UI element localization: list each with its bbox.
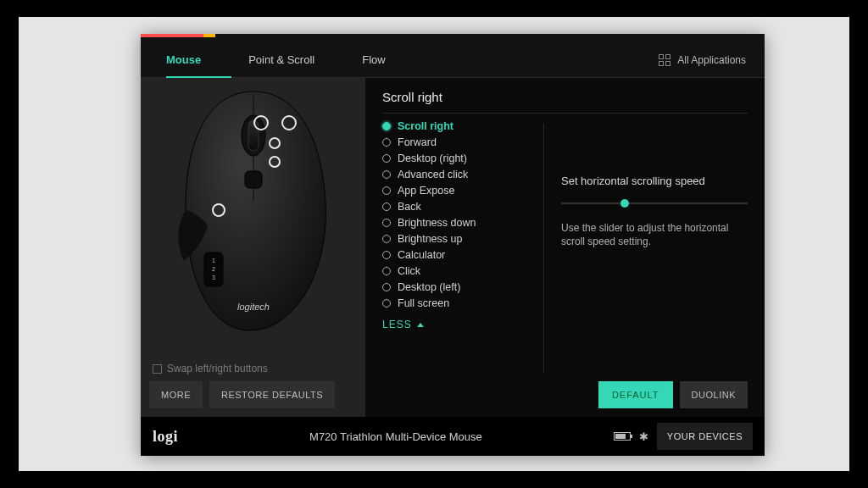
duolink-button[interactable]: DUOLINK <box>680 381 748 408</box>
action-option[interactable]: Full screen <box>382 297 521 309</box>
chevron-up-icon <box>417 323 424 327</box>
footer-icons: ✱ YOUR DEVICES <box>614 423 753 450</box>
left-pane: 1 2 3 logitech <box>141 78 365 417</box>
action-option-label: Desktop (right) <box>398 152 467 164</box>
default-button[interactable]: DEFAULT <box>598 381 673 408</box>
radio-icon <box>382 186 391 195</box>
radio-icon <box>382 202 391 211</box>
your-devices-button[interactable]: YOUR DEVICES <box>657 423 753 450</box>
action-option-label: Calculator <box>398 249 445 261</box>
action-option-label: Desktop (left) <box>398 281 460 293</box>
svg-text:3: 3 <box>212 274 215 280</box>
action-option[interactable]: Brightness up <box>382 233 521 245</box>
swap-checkbox[interactable] <box>153 364 162 374</box>
less-label: LESS <box>382 319 412 330</box>
radio-icon <box>382 138 391 147</box>
svg-text:1: 1 <box>212 258 215 263</box>
action-option-label: Brightness up <box>398 233 462 245</box>
all-applications-label: All Applications <box>677 54 746 66</box>
action-option[interactable]: App Expose <box>382 185 521 197</box>
radio-icon <box>382 219 391 227</box>
more-button[interactable]: MORE <box>149 381 203 408</box>
action-option-label: Scroll right <box>398 120 453 132</box>
action-option[interactable]: Brightness down <box>382 217 521 229</box>
app-body: 1 2 3 logitech <box>141 78 765 417</box>
action-option-label: App Expose <box>398 185 454 197</box>
restore-defaults-button[interactable]: RESTORE DEFAULTS <box>209 381 335 408</box>
brand-logo: logi <box>153 428 178 446</box>
radio-icon <box>382 267 391 275</box>
radio-icon <box>382 235 391 243</box>
slider-knob[interactable] <box>620 199 629 208</box>
svg-text:2: 2 <box>212 266 215 272</box>
action-option[interactable]: Calculator <box>382 249 521 261</box>
action-option[interactable]: Scroll right <box>382 120 521 132</box>
vertical-divider <box>543 124 544 373</box>
hotspot-wheel-click[interactable] <box>269 137 281 149</box>
action-option[interactable]: Click <box>382 265 521 277</box>
radio-icon <box>382 283 391 291</box>
action-title: Scroll right <box>382 88 748 114</box>
svg-rect-2 <box>245 171 262 188</box>
right-buttons-row: DEFAULT DUOLINK <box>382 376 748 408</box>
action-option[interactable]: Desktop (left) <box>382 281 521 293</box>
action-settings: Set horizontal scrolling speed Use the s… <box>561 120 748 376</box>
mouse-image: 1 2 3 logitech <box>141 78 365 358</box>
action-option-label: Forward <box>398 136 437 148</box>
tab-bar: Mouse Point & Scroll Flow All Applicatio… <box>141 42 765 78</box>
action-option[interactable]: Desktop (right) <box>382 152 521 164</box>
outer-frame: Mouse Point & Scroll Flow All Applicatio… <box>0 0 868 488</box>
less-toggle[interactable]: LESS <box>382 319 521 330</box>
hotspot-wheel-right[interactable] <box>281 115 297 130</box>
hotspot-thumb[interactable] <box>212 203 225 217</box>
action-option[interactable]: Advanced click <box>382 169 521 180</box>
battery-icon <box>614 432 631 441</box>
desktop-bg: Mouse Point & Scroll Flow All Applicatio… <box>19 17 849 471</box>
action-option-label: Advanced click <box>398 169 468 180</box>
action-option[interactable]: Forward <box>382 136 521 148</box>
radio-icon <box>382 170 391 179</box>
tab-flow[interactable]: Flow <box>362 43 415 76</box>
swap-buttons-row[interactable]: Swap left/right buttons <box>141 358 365 381</box>
settings-heading: Set horizontal scrolling speed <box>561 175 748 187</box>
bluetooth-icon: ✱ <box>639 430 648 443</box>
grid-icon <box>659 54 670 66</box>
footer: logi M720 Triathlon Multi-Device Mouse ✱… <box>141 417 765 456</box>
hotspot-wheel-left[interactable] <box>253 115 269 130</box>
left-buttons-row: MORE RESTORE DEFAULTS <box>141 381 365 417</box>
device-name: M720 Triathlon Multi-Device Mouse <box>186 430 605 443</box>
hotspot-gesture[interactable] <box>269 156 281 168</box>
settings-description: Use the slider to adjust the horizontal … <box>561 221 748 248</box>
tab-mouse[interactable]: Mouse <box>166 43 231 78</box>
action-option-label: Click <box>398 265 420 277</box>
mouse-brand-text: logitech <box>237 302 270 312</box>
action-option-label: Back <box>398 201 421 213</box>
action-option-label: Full screen <box>398 297 449 309</box>
radio-icon <box>382 299 391 308</box>
app-window: Mouse Point & Scroll Flow All Applicatio… <box>141 34 765 456</box>
action-options-list: Scroll rightForwardDesktop (right)Advanc… <box>382 120 526 376</box>
action-option-label: Brightness down <box>398 217 476 229</box>
all-applications-button[interactable]: All Applications <box>659 54 746 66</box>
tab-point-scroll[interactable]: Point & Scroll <box>248 43 345 76</box>
right-pane: Scroll right Scroll rightForwardDesktop … <box>365 78 765 417</box>
radio-icon <box>382 251 391 259</box>
action-option[interactable]: Back <box>382 201 521 213</box>
radio-icon <box>382 154 391 163</box>
radio-icon <box>382 122 391 130</box>
swap-label: Swap left/right buttons <box>167 363 268 374</box>
right-body: Scroll rightForwardDesktop (right)Advanc… <box>382 114 748 376</box>
speed-slider[interactable] <box>561 202 748 204</box>
